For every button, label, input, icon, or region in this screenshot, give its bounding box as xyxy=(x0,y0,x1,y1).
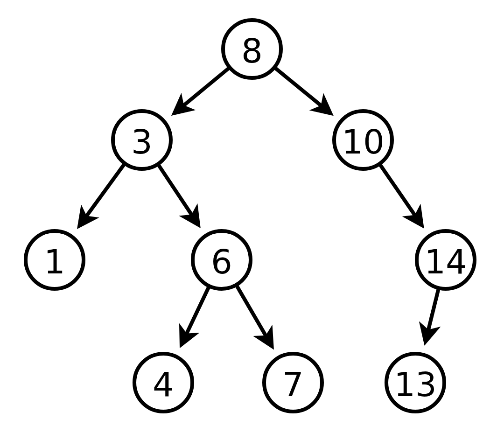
tree-node-8: 8 xyxy=(223,20,281,78)
node-label: 8 xyxy=(241,31,263,70)
tree-node-10: 10 xyxy=(334,111,392,169)
node-label: 6 xyxy=(211,242,232,281)
edge-n8-n10 xyxy=(274,67,329,112)
node-label: 13 xyxy=(394,365,437,404)
tree-node-7: 7 xyxy=(264,354,322,412)
edge-n3-n6 xyxy=(158,164,196,223)
edge-n10-n14 xyxy=(379,164,420,223)
node-label: 1 xyxy=(44,242,65,281)
binary-tree-diagram: 831016144713 xyxy=(0,0,504,433)
node-label: 3 xyxy=(131,122,153,161)
node-label: 4 xyxy=(153,365,174,404)
edge-n8-n3 xyxy=(176,67,230,111)
edge-n3-n1 xyxy=(81,163,125,223)
edge-n6-n4 xyxy=(182,286,209,342)
tree-node-13: 13 xyxy=(386,354,444,412)
tree-node-1: 1 xyxy=(26,231,84,289)
node-label: 14 xyxy=(424,242,467,281)
tree-node-3: 3 xyxy=(113,111,171,169)
tree-node-4: 4 xyxy=(134,354,192,412)
edges-layer xyxy=(81,67,439,344)
tree-node-6: 6 xyxy=(193,231,251,289)
edge-n6-n7 xyxy=(236,285,271,344)
edge-n14-n13 xyxy=(426,288,439,339)
node-label: 7 xyxy=(282,365,304,404)
nodes-layer: 831016144713 xyxy=(26,20,475,412)
tree-node-14: 14 xyxy=(417,231,475,289)
node-label: 10 xyxy=(342,122,385,161)
